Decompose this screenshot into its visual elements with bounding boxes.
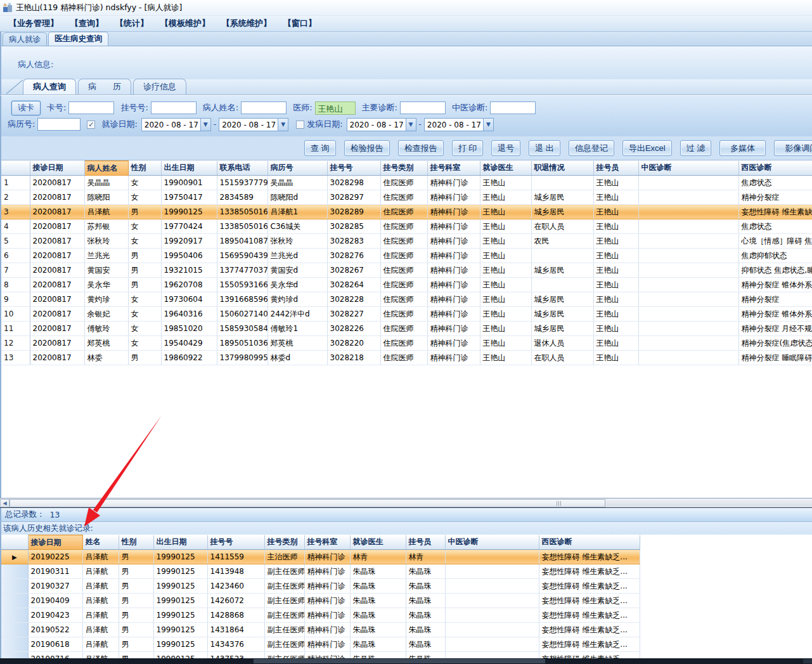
column-header-selector[interactable] — [1, 535, 28, 550]
bottom-scrollbar[interactable] — [0, 658, 812, 664]
menu-item-2[interactable]: 【查询】 — [70, 18, 103, 29]
column-header-挂号类别[interactable]: 挂号类别 — [264, 535, 304, 550]
onset-date-from-picker[interactable]: 2020 - 08 - 17 ▼ — [347, 118, 416, 131]
onset-date-checkbox[interactable] — [296, 120, 304, 129]
toolbar-button-查询[interactable]: 查 询 — [304, 140, 336, 156]
read-card-button[interactable]: 读卡 — [11, 101, 41, 115]
toolbar-button-导出Excel[interactable]: 导出Excel — [622, 140, 672, 156]
subtab-病历[interactable]: 病 历 — [78, 79, 131, 94]
table-row[interactable]: 1220200817郑英桃女1954042918950510366郑英桃3028… — [1, 336, 812, 351]
toolbar-button-退出[interactable]: 退 出 — [529, 140, 560, 156]
table-row[interactable]: 1120200817傅敏玲女1985102015859305846傅敏玲1302… — [1, 322, 812, 336]
toolbar-button-信息登记[interactable]: 信息登记 — [569, 140, 614, 156]
bottom-scrollbar-thumb[interactable] — [254, 659, 545, 663]
column-header-职退情况[interactable]: 职退情况 — [531, 161, 593, 176]
toolbar-button-过滤[interactable]: 过 滤 — [680, 140, 712, 156]
table-row[interactable]: 20190423吕泽航男199901251428868副主任医师精神科门诊朱晶珠… — [1, 608, 640, 623]
scrollbar-thumb[interactable] — [10, 499, 605, 507]
cell: 男 — [119, 550, 153, 564]
patient-name-input[interactable] — [241, 101, 287, 114]
header-row: 接诊日期病人姓名性别出生日期联系电话病历号挂号号挂号类别挂号科室就诊医生职退情况… — [1, 161, 812, 176]
column-header-接诊日期[interactable]: 接诊日期 — [28, 535, 82, 550]
column-header-中医诊断[interactable]: 中医诊断 — [445, 535, 539, 550]
menu-item-1[interactable]: 【业务管理】 — [9, 18, 58, 29]
column-header-就诊医生[interactable]: 就诊医生 — [350, 535, 406, 550]
reg-no-input[interactable] — [151, 101, 197, 114]
menu-item-6[interactable]: 【窗口】 — [283, 18, 316, 29]
table-row[interactable]: 320200817吕泽航男1999012513385050165吕泽航13028… — [1, 205, 812, 219]
menu-item-5[interactable]: 【系统维护】 — [222, 18, 271, 29]
table-row[interactable]: 720200817黄国安男1932101513774770370黄国安d3028… — [1, 263, 812, 278]
column-header-就诊医生[interactable]: 就诊医生 — [480, 161, 531, 176]
table-row[interactable]: 820200817吴永华男1962070815505931668吴永华d3028… — [1, 278, 812, 292]
card-no-input[interactable] — [68, 101, 114, 114]
dropdown-arrow-icon[interactable]: ▼ — [278, 119, 288, 131]
table-row[interactable]: 420200817苏邦银女1977042413385050165C36城关302… — [1, 219, 812, 234]
column-header-联系电话[interactable]: 联系电话 — [217, 161, 267, 176]
row-number: 12 — [1, 336, 30, 351]
table-row[interactable]: 1320200817林委男1986092213799809955林委d30282… — [1, 351, 812, 365]
column-header-西医诊断[interactable]: 西医诊断 — [539, 535, 640, 550]
column-header-挂号号[interactable]: 挂号号 — [207, 535, 264, 550]
main-diagnosis-input[interactable] — [400, 101, 446, 114]
onset-date-to-picker[interactable]: 2020 - 08 - 17 ▼ — [424, 118, 494, 131]
column-header-西医诊断[interactable]: 西医诊断 — [738, 161, 812, 176]
column-header-挂号类别[interactable]: 挂号类别 — [380, 161, 427, 176]
menu-item-4[interactable]: 【模板维护】 — [160, 18, 210, 29]
table-row[interactable]: 20190311吕泽航男199901251413948副主任医师精神科门诊朱晶珠… — [1, 564, 640, 579]
cell: 朱晶珠 — [350, 652, 406, 659]
horizontal-scrollbar[interactable]: ◀ — [0, 498, 812, 508]
table-row[interactable]: 620200817兰兆光男1995040615695904390兰兆光d3028… — [1, 249, 812, 263]
subtab-诊疗信息[interactable]: 诊疗信息 — [133, 79, 186, 94]
toolbar-button-检查报告[interactable]: 检查报告 — [398, 140, 444, 156]
table-row[interactable]: 920200817黄灼珍女1973060413916685968黄灼珍d3028… — [1, 292, 812, 307]
cell: 19990125 — [153, 652, 207, 659]
column-header-接诊日期[interactable]: 接诊日期 — [30, 161, 84, 176]
cell — [445, 608, 539, 623]
column-header-出生日期[interactable]: 出生日期 — [153, 535, 207, 550]
table-row[interactable]: 20190327吕泽航男199901251423460副主任医师精神科门诊朱晶珠… — [1, 579, 640, 594]
column-header-中医诊断[interactable]: 中医诊断 — [638, 161, 738, 176]
toolbar-button-退号[interactable]: 退号 — [491, 140, 520, 156]
toolbar-button-影像调阅[interactable]: 影像调阅 — [774, 140, 812, 156]
visit-date-from-picker[interactable]: 2020 - 08 - 17 ▼ — [141, 118, 211, 131]
tab-医生病史查询[interactable]: 医生病史查询 — [48, 32, 108, 46]
table-row[interactable]: 220200817陈晓阳女197504172834589陈晓阳d3028297住… — [1, 190, 812, 205]
toolbar-button-打印[interactable]: 打 印 — [452, 140, 484, 156]
column-header-病历号[interactable]: 病历号 — [267, 161, 327, 176]
table-row[interactable]: 20190716吕泽航男199901251437523副主任医师精神科门诊朱晶珠… — [1, 652, 640, 659]
column-header-姓名[interactable]: 姓名 — [82, 535, 119, 550]
column-header-挂号号[interactable]: 挂号号 — [327, 161, 380, 176]
subtab-病人查询[interactable]: 病人查询 — [23, 79, 76, 94]
table-row[interactable]: 520200817张秋玲女1992091718950410876张秋玲30282… — [1, 234, 812, 249]
tab-病人就诊[interactable]: 病人就诊 — [3, 32, 47, 46]
menu-item-3[interactable]: 【统计】 — [115, 18, 148, 29]
column-header-性别[interactable]: 性别 — [119, 535, 153, 550]
row-number: 3 — [1, 205, 30, 219]
column-header-挂号科室[interactable]: 挂号科室 — [427, 161, 480, 176]
column-header-挂号科室[interactable]: 挂号科室 — [304, 535, 350, 550]
visit-date-checkbox[interactable]: ✓ — [87, 120, 95, 129]
table-row[interactable]: 20190618吕泽航男199901251434376副主任医师精神科门诊朱晶珠… — [1, 637, 640, 652]
column-header-挂号员[interactable]: 挂号员 — [406, 535, 445, 550]
toolbar-button-检验报告[interactable]: 检验报告 — [344, 140, 390, 156]
cell: 精神科门诊 — [304, 579, 350, 594]
dropdown-arrow-icon[interactable]: ▼ — [406, 119, 416, 131]
tcm-diagnosis-input[interactable] — [490, 101, 536, 114]
dropdown-arrow-icon[interactable]: ▼ — [200, 119, 210, 131]
table-row[interactable]: 20190409吕泽航男199901251426072副主任医师精神科门诊朱晶珠… — [1, 594, 640, 608]
table-row[interactable]: 120200817吴晶晶女1990090115159377799吴晶晶30282… — [1, 176, 812, 190]
table-row[interactable]: 1020200817余银妃女19640316150602714022442洋中d… — [1, 307, 812, 322]
toolbar-button-多媒体[interactable]: 多媒体 — [719, 140, 766, 156]
visit-date-to-picker[interactable]: 2020 - 08 - 17 ▼ — [219, 118, 288, 131]
column-header-出生日期[interactable]: 出生日期 — [161, 161, 217, 176]
column-header-挂号员[interactable]: 挂号员 — [593, 161, 638, 176]
column-header-性别[interactable]: 性别 — [128, 161, 161, 176]
dropdown-arrow-icon[interactable]: ▼ — [483, 119, 493, 131]
scroll-left-arrow-icon[interactable]: ◀ — [0, 499, 10, 507]
table-row[interactable]: ▶20190225吕泽航男199901251411559主治医师精神科门诊林青林… — [1, 550, 640, 564]
record-no-input[interactable] — [37, 118, 81, 131]
column-header-病人姓名[interactable]: 病人姓名 — [84, 161, 128, 176]
column-header-selector[interactable] — [1, 161, 30, 176]
table-row[interactable]: 20190522吕泽航男199901251431864副主任医师精神科门诊朱晶珠… — [1, 623, 640, 637]
